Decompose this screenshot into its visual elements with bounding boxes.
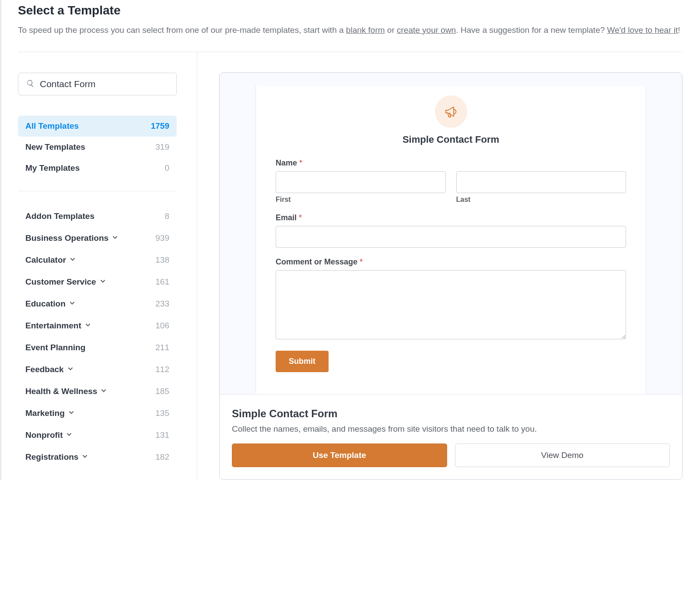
hear-it-link[interactable]: We'd love to hear it — [607, 25, 678, 35]
category-label: Business Operations — [25, 233, 118, 243]
create-own-link[interactable]: create your own — [397, 25, 456, 35]
comment-label: Comment or Message * — [276, 257, 626, 267]
category-label: All Templates — [25, 121, 79, 131]
category-separator — [18, 191, 177, 191]
category-count: 185 — [155, 387, 169, 396]
category-business-operations[interactable]: Business Operations 939 — [18, 227, 177, 249]
category-nonprofit[interactable]: Nonprofit 131 — [18, 424, 177, 446]
sub-mid: . Have a suggestion for a new template? — [456, 25, 607, 35]
category-label: Addon Templates — [25, 211, 94, 221]
submit-button[interactable]: Submit — [276, 351, 329, 372]
email-label: Email * — [276, 213, 626, 222]
search-box[interactable] — [18, 73, 177, 95]
sub-suffix: ! — [678, 25, 680, 35]
top-category-my-templates[interactable]: My Templates0 — [18, 158, 177, 179]
category-label: Registrations — [25, 452, 88, 462]
page-subtitle: To speed up the process you can select f… — [18, 24, 682, 37]
category-health-wellness[interactable]: Health & Wellness 185 — [18, 380, 177, 402]
category-count: 319 — [155, 142, 169, 152]
megaphone-icon — [435, 95, 467, 128]
category-event-planning[interactable]: Event Planning211 — [18, 337, 177, 359]
category-label: Health & Wellness — [25, 387, 107, 396]
category-label: My Templates — [25, 163, 80, 173]
chevron-down-icon — [68, 408, 74, 418]
category-label: New Templates — [25, 142, 85, 152]
chevron-down-icon — [85, 321, 91, 331]
form-preview-title: Simple Contact Form — [276, 134, 626, 145]
sidebar: All Templates1759New Templates319My Temp… — [18, 52, 197, 480]
category-count: 138 — [155, 255, 169, 265]
chevron-down-icon — [66, 430, 72, 440]
chevron-down-icon — [69, 299, 75, 309]
category-count: 182 — [155, 452, 169, 462]
preview-column: Simple Contact Form Name * First Last — [197, 52, 682, 480]
category-count: 112 — [155, 365, 169, 374]
sub-or: or — [385, 25, 397, 35]
last-name-input[interactable] — [456, 171, 626, 193]
category-count: 106 — [155, 321, 169, 331]
category-label: Event Planning — [25, 343, 85, 352]
chevron-down-icon — [67, 365, 74, 374]
chevron-down-icon — [82, 452, 88, 462]
sub-prefix: To speed up the process you can select f… — [18, 25, 346, 35]
category-addon-templates[interactable]: Addon Templates8 — [18, 205, 177, 227]
category-count: 131 — [155, 430, 169, 440]
top-categories: All Templates1759New Templates319My Temp… — [18, 116, 177, 179]
search-input[interactable] — [40, 79, 168, 89]
category-count: 135 — [155, 408, 169, 418]
category-label: Education — [25, 299, 75, 309]
comment-input[interactable] — [276, 270, 626, 339]
category-label: Calculator — [25, 255, 76, 265]
chevron-down-icon — [101, 387, 107, 396]
category-registrations[interactable]: Registrations 182 — [18, 446, 177, 468]
category-calculator[interactable]: Calculator 138 — [18, 249, 177, 271]
category-marketing[interactable]: Marketing 135 — [18, 402, 177, 424]
category-count: 1759 — [151, 121, 169, 131]
chevron-down-icon — [70, 255, 76, 265]
category-label: Nonprofit — [25, 430, 72, 440]
category-label: Marketing — [25, 408, 74, 418]
category-count: 233 — [155, 299, 169, 309]
first-sublabel: First — [276, 196, 446, 204]
category-customer-service[interactable]: Customer Service 161 — [18, 271, 177, 293]
chevron-down-icon — [112, 233, 118, 243]
email-input[interactable] — [276, 226, 626, 248]
category-education[interactable]: Education 233 — [18, 293, 177, 315]
category-count: 0 — [164, 163, 169, 173]
category-count: 8 — [164, 211, 169, 221]
page-title: Select a Template — [18, 4, 682, 18]
card-footer: Simple Contact Form Collect the names, e… — [220, 394, 682, 479]
category-count: 211 — [155, 343, 169, 352]
category-entertainment[interactable]: Entertainment 106 — [18, 315, 177, 337]
search-icon — [26, 79, 35, 89]
category-label: Entertainment — [25, 321, 91, 331]
footer-description: Collect the names, emails, and messages … — [232, 424, 670, 434]
template-card: Simple Contact Form Name * First Last — [219, 72, 682, 480]
blank-form-link[interactable]: blank form — [346, 25, 385, 35]
category-count: 939 — [155, 233, 169, 243]
form-preview: Simple Contact Form Name * First Last — [256, 86, 646, 394]
category-label: Customer Service — [25, 277, 106, 287]
category-count: 161 — [155, 277, 169, 287]
footer-title: Simple Contact Form — [232, 408, 670, 420]
top-category-new-templates[interactable]: New Templates319 — [18, 137, 177, 158]
chevron-down-icon — [100, 277, 106, 287]
first-name-input[interactable] — [276, 171, 446, 193]
top-category-all-templates[interactable]: All Templates1759 — [18, 116, 177, 137]
category-feedback[interactable]: Feedback 112 — [18, 359, 177, 380]
name-label: Name * — [276, 158, 626, 168]
category-list: Addon Templates8Business Operations 939C… — [18, 205, 177, 468]
last-sublabel: Last — [456, 196, 626, 204]
use-template-button[interactable]: Use Template — [232, 444, 447, 467]
view-demo-button[interactable]: View Demo — [455, 444, 670, 467]
category-label: Feedback — [25, 365, 74, 374]
